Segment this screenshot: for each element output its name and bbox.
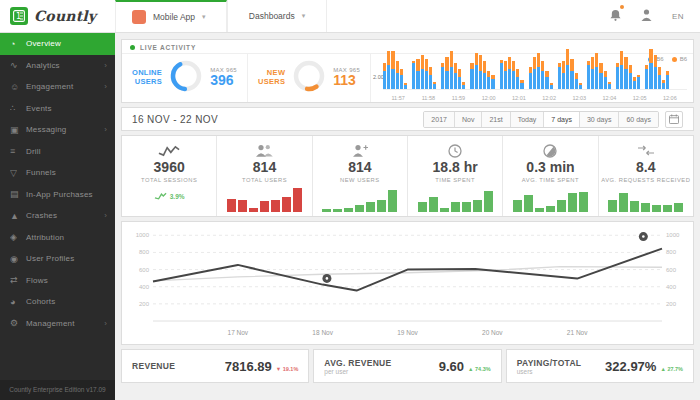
language-selector[interactable]: EN — [672, 12, 684, 21]
sidebar-item-label: Engagement — [26, 82, 104, 91]
stacked-bar — [591, 57, 594, 89]
chevron-right-icon: › — [104, 61, 107, 70]
stacked-bar — [421, 55, 424, 89]
kpi-card-time-spent[interactable]: 18.8 hrTIME SPENT — [408, 136, 503, 216]
app-selector-label: Mobile App — [153, 12, 195, 22]
stat-value: 9.60 — [439, 359, 464, 374]
sessions-line-chart[interactable]: 2002004004006006008008001000100017 Nov18… — [121, 221, 694, 345]
stacked-bar — [450, 51, 453, 89]
gear-icon: ⚙ — [10, 318, 26, 328]
online-users-donut — [169, 59, 203, 97]
live-activity-chart[interactable]: 2.00 B6B6 11:5711:5811:5912:0012:0112:02… — [371, 54, 693, 102]
online-users-widget: ONLINEUSERS MAX 965 396 — [122, 54, 248, 102]
stacked-bar — [516, 69, 519, 89]
calendar-button[interactable] — [665, 111, 683, 128]
x-axis-tick: 11:58 — [413, 95, 443, 101]
stacked-bar — [479, 55, 482, 89]
stacked-bar — [396, 61, 399, 89]
svg-text:800: 800 — [139, 249, 150, 255]
bar-group — [470, 53, 494, 89]
stacked-bar — [558, 63, 561, 89]
date-button-30-days[interactable]: 30 days — [580, 112, 620, 127]
svg-text:400: 400 — [139, 284, 150, 290]
chevron-right-icon: › — [104, 211, 107, 220]
sidebar-item-crashes[interactable]: ▲Crashes› — [0, 205, 115, 227]
dashboards-label: Dashboards — [249, 11, 295, 21]
kpi-card-avg-time-spent[interactable]: 0.3 minAVG. TIME SPENT — [503, 136, 598, 216]
kpi-card-total-sessions[interactable]: 3960TOTAL SESSIONS3.9% — [122, 136, 217, 216]
stacked-bar — [562, 61, 565, 89]
stacked-bar — [520, 80, 523, 89]
dashboards-menu[interactable]: Dashboards ▾ — [227, 0, 327, 32]
svg-text:17 Nov: 17 Nov — [228, 329, 249, 336]
date-button-2017[interactable]: 2017 — [424, 112, 455, 127]
scatter-icon: ∴ — [10, 103, 26, 113]
bar-group — [412, 55, 436, 89]
stacked-bar — [550, 83, 553, 89]
stacked-bar — [666, 71, 669, 89]
user-account-icon[interactable] — [641, 7, 652, 25]
notifications-bell-icon[interactable] — [610, 7, 621, 25]
date-button-21st[interactable]: 21st — [482, 112, 510, 127]
x-axis-tick: 12:00 — [474, 95, 504, 101]
chevron-right-icon: › — [104, 125, 107, 134]
stacked-bar — [595, 53, 598, 89]
app-selector[interactable]: Mobile App ▾ — [115, 0, 227, 32]
kpi-mini-bar-chart — [513, 188, 588, 212]
sidebar-item-user-profiles[interactable]: ◉User Profiles — [0, 248, 115, 270]
stacked-bar — [662, 80, 665, 89]
kpi-trend: 3.9% — [154, 192, 185, 200]
stacked-bar — [483, 61, 486, 89]
kpi-value: 814 — [348, 160, 371, 175]
legend-item: B6 — [672, 56, 687, 62]
kpi-label: TOTAL SESSIONS — [141, 177, 197, 183]
sidebar-item-drill[interactable]: ≡Drill — [0, 141, 115, 163]
sidebar-item-funnels[interactable]: ▽Funnels — [0, 162, 115, 184]
date-button-60-days[interactable]: 60 days — [619, 112, 658, 127]
svg-text:800: 800 — [666, 249, 677, 255]
sidebar-item-analytics[interactable]: ∿Analytics› — [0, 55, 115, 77]
sidebar-item-events[interactable]: ∴Events — [0, 98, 115, 120]
stacked-bar — [529, 67, 532, 89]
live-chart-bars — [383, 66, 687, 90]
stacked-bar — [491, 75, 494, 89]
countly-logo-icon: 1 — [10, 7, 28, 25]
sidebar-item-cohorts[interactable]: ◕Cohorts — [0, 291, 115, 313]
sidebar-item-flows[interactable]: ⇄Flows — [0, 270, 115, 292]
x-axis-tick: 12:05 — [625, 95, 655, 101]
stacked-bar — [620, 51, 623, 89]
date-button-7-days[interactable]: 7 days — [544, 112, 580, 127]
sidebar-item-label: Management — [26, 319, 104, 328]
main-content: LIVE ACTIVITY ONLINEUSERS MAX 965 396 — [115, 33, 700, 400]
date-button-today[interactable]: Today — [511, 112, 545, 127]
kpi-card-total-users[interactable]: 814TOTAL USERS — [217, 136, 312, 216]
online-users-label: ONLINEUSERS — [132, 69, 162, 86]
sidebar-item-attribution[interactable]: ◈Attribution — [0, 227, 115, 249]
date-button-nov[interactable]: Nov — [455, 112, 482, 127]
stat-avg-revenue: AVG. REVENUEper user9.60▲ 74.3% — [313, 349, 501, 383]
sidebar-item-overview[interactable]: ◔Overview — [0, 33, 115, 55]
stat-value: 322.97% — [605, 359, 656, 374]
stat-label: REVENUE — [132, 361, 175, 371]
stacked-bar — [545, 71, 548, 89]
new-users-widget: NEWUSERS MAX 965 113 — [248, 54, 371, 102]
kpi-card-new-users[interactable]: 814NEW USERS — [313, 136, 408, 216]
bar-group — [645, 49, 669, 89]
sidebar-item-in-app-purchases[interactable]: ▤In-App Purchases — [0, 184, 115, 206]
stacked-bar — [445, 57, 448, 89]
kpi-card-avg-requests-received[interactable]: 8.4AVG. REQUESTS RECEIVED — [599, 136, 693, 216]
stacked-bar — [649, 49, 652, 89]
stacked-bar — [604, 71, 607, 89]
topbar: 1 Countly Mobile App ▾ Dashboards ▾ EN — [0, 0, 700, 33]
sidebar-item-engagement[interactable]: ☺Engagement› — [0, 76, 115, 98]
kpi-value: 0.3 min — [526, 160, 574, 175]
stat-revenue: REVENUE7816.89▼ 19.1% — [121, 349, 309, 383]
live-activity-panel: LIVE ACTIVITY ONLINEUSERS MAX 965 396 — [121, 39, 694, 103]
kpi-label: NEW USERS — [340, 177, 380, 183]
stat-label: PAYING/TOTAL — [517, 358, 582, 368]
kpi-value: 8.4 — [636, 160, 655, 175]
sidebar-item-label: Overview — [26, 39, 107, 48]
sidebar-item-messaging[interactable]: ▣Messaging› — [0, 119, 115, 141]
sidebar-item-management[interactable]: ⚙Management› — [0, 313, 115, 335]
stat-value: 7816.89 — [225, 359, 272, 374]
